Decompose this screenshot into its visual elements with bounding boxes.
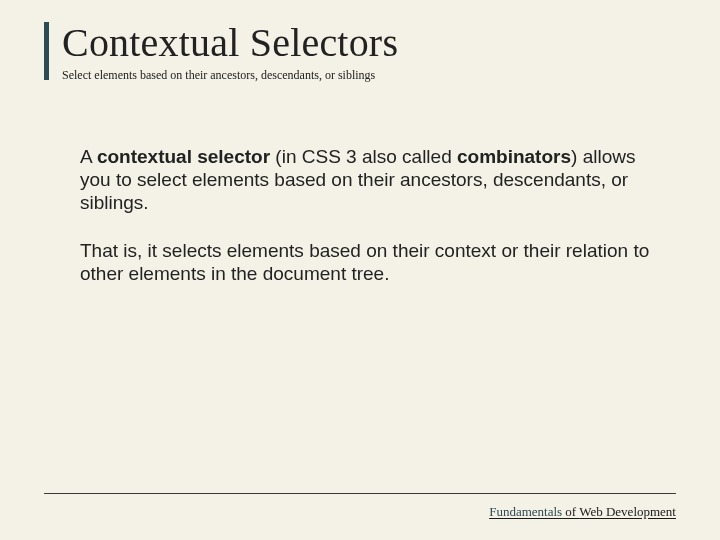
- term-contextual-selector: contextual selector: [97, 146, 270, 167]
- text: (in CSS 3 also called: [270, 146, 457, 167]
- footer-text: Fundamentals of Web Development: [489, 504, 676, 520]
- footer-rule: [44, 493, 676, 494]
- paragraph-2: That is, it selects elements based on th…: [80, 239, 654, 285]
- slide-subtitle: Select elements based on their ancestors…: [62, 68, 664, 83]
- text: A: [80, 146, 97, 167]
- term-combinators: combinators: [457, 146, 571, 167]
- footer-brand-1: Fundamentals: [489, 504, 562, 519]
- footer-sep: of: [562, 504, 579, 519]
- slide-title: Contextual Selectors: [62, 22, 664, 64]
- paragraph-1: A contextual selector (in CSS 3 also cal…: [80, 145, 654, 215]
- slide: Contextual Selectors Select elements bas…: [0, 0, 720, 540]
- accent-bar: [44, 22, 49, 80]
- slide-body: A contextual selector (in CSS 3 also cal…: [62, 145, 664, 285]
- footer-brand-2: Web Development: [579, 504, 676, 519]
